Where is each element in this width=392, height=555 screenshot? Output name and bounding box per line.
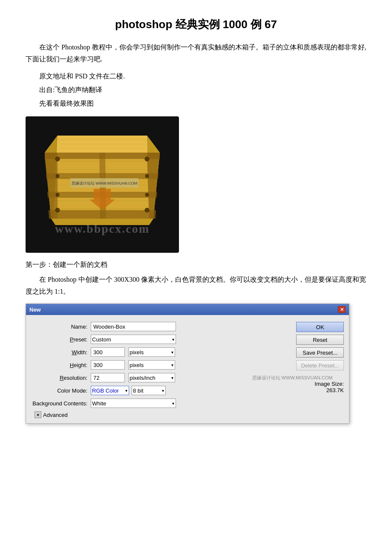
width-row: Width: pixels xyxy=(31,347,292,357)
step1-heading: 第一步：创建一个新的文档 xyxy=(26,260,366,269)
bg-contents-select[interactable]: White xyxy=(91,399,176,408)
intro-paragraph: 在这个 Photoshop 教程中，你会学习到如何制作一个有真实触感的木箱子。箱… xyxy=(26,41,366,65)
author-line: 出自:飞鱼的声纳翻译 xyxy=(39,83,366,97)
preset-select[interactable]: Custom xyxy=(91,335,176,344)
width-unit-wrapper: pixels xyxy=(128,347,175,357)
svg-marker-15 xyxy=(51,219,153,225)
ok-button[interactable]: OK xyxy=(296,322,344,332)
forum-watermark-dialog: 思缘设计论坛 WWW.MISSVUAN.COM xyxy=(252,375,333,381)
svg-point-24 xyxy=(145,157,149,161)
dialog-title: New xyxy=(29,306,41,313)
svg-point-27 xyxy=(56,174,59,178)
resolution-unit-wrapper: pixels/inch xyxy=(128,373,175,382)
name-label: Name: xyxy=(31,324,91,330)
image-size-label: Image Size: xyxy=(296,381,344,387)
bg-contents-row: Background Contents: White xyxy=(31,399,292,408)
resolution-label: Resolution: xyxy=(31,375,91,381)
name-input[interactable] xyxy=(91,322,176,331)
height-unit-wrapper: pixels xyxy=(128,360,175,370)
reset-button[interactable]: Reset xyxy=(296,335,344,345)
svg-point-28 xyxy=(145,174,149,178)
width-input[interactable] xyxy=(91,347,125,357)
step1-paragraph: 在 Photoshop 中创建一个 300X300 像素大小，白色背景的文档。你… xyxy=(26,274,366,298)
dialog-form: Name: Preset: Custom Width: xyxy=(31,322,292,418)
resolution-unit-select-wrapper: pixels/inch xyxy=(128,373,175,382)
name-row: Name: xyxy=(31,322,292,331)
wooden-box-image: 思缘设计论坛 WWW.MISSVUAN.COM www.bbpcx.com xyxy=(26,116,179,253)
bit-depth-wrapper: 8 bit xyxy=(132,386,166,395)
height-input[interactable] xyxy=(91,360,125,370)
svg-point-26 xyxy=(145,208,149,212)
resolution-input[interactable] xyxy=(91,373,125,382)
svg-text:思缘设计论坛 WWW.MISSVUAN.COM: 思缘设计论坛 WWW.MISSVUAN.COM xyxy=(71,181,138,185)
preset-row: Preset: Custom xyxy=(31,335,292,344)
page-title: photoshop 经典实例 1000 例 67 xyxy=(26,17,366,32)
dialog-titlebar: New ✕ xyxy=(26,304,349,315)
width-label: Width: xyxy=(31,349,91,356)
svg-point-23 xyxy=(55,157,60,161)
advanced-label: Advanced xyxy=(43,412,68,418)
advanced-toggle[interactable]: ✦ xyxy=(35,411,41,418)
dialog-close-button[interactable]: ✕ xyxy=(338,306,346,313)
width-unit-select[interactable]: pixels xyxy=(128,347,175,357)
box-image-container: 思缘设计论坛 WWW.MISSVUAN.COM www.bbpcx.com xyxy=(26,116,366,253)
source-line: 原文地址和 PSD 文件在二楼. xyxy=(39,69,366,83)
height-row: Height: pixels xyxy=(31,360,292,370)
color-mode-select-wrapper: RGB Color xyxy=(91,386,129,395)
svg-point-29 xyxy=(56,193,59,197)
bit-depth-select-wrapper: 8 bit xyxy=(132,386,166,395)
bg-contents-label: Background Contents: xyxy=(31,400,91,407)
advanced-row: ✦ Advanced xyxy=(31,411,292,418)
bg-contents-select-wrapper: White xyxy=(91,399,176,408)
dialog-buttons: OK Reset Save Preset... Delete Preset...… xyxy=(296,322,344,418)
svg-point-25 xyxy=(55,208,60,212)
height-label: Height: xyxy=(31,362,91,368)
height-unit-select[interactable]: pixels xyxy=(128,360,175,370)
color-mode-select[interactable]: RGB Color xyxy=(91,386,129,395)
preview-line: 先看看最终效果图 xyxy=(39,97,366,110)
preset-label: Preset: xyxy=(31,336,91,343)
svg-point-30 xyxy=(145,193,149,197)
delete-preset-button: Delete Preset... xyxy=(296,360,344,370)
preset-select-wrapper: Custom xyxy=(91,335,176,344)
width-unit-select-wrapper: pixels xyxy=(128,347,175,357)
save-preset-button[interactable]: Save Preset... xyxy=(296,347,344,358)
image-size-value: 263.7K xyxy=(296,387,344,393)
height-unit-select-wrapper: pixels xyxy=(128,360,175,370)
color-mode-row: Color Mode: RGB Color 8 bit xyxy=(31,386,292,395)
bit-depth-select[interactable]: 8 bit xyxy=(132,386,166,395)
dialog-body: Name: Preset: Custom Width: xyxy=(26,315,349,423)
color-mode-label: Color Mode: xyxy=(31,387,91,394)
resolution-row: Resolution: pixels/inch 思缘设计论坛 WWW.MISSV… xyxy=(31,373,292,382)
new-document-dialog: New ✕ Name: Preset: Custom Width: xyxy=(26,304,349,424)
resolution-unit-select[interactable]: pixels/inch xyxy=(128,373,175,382)
